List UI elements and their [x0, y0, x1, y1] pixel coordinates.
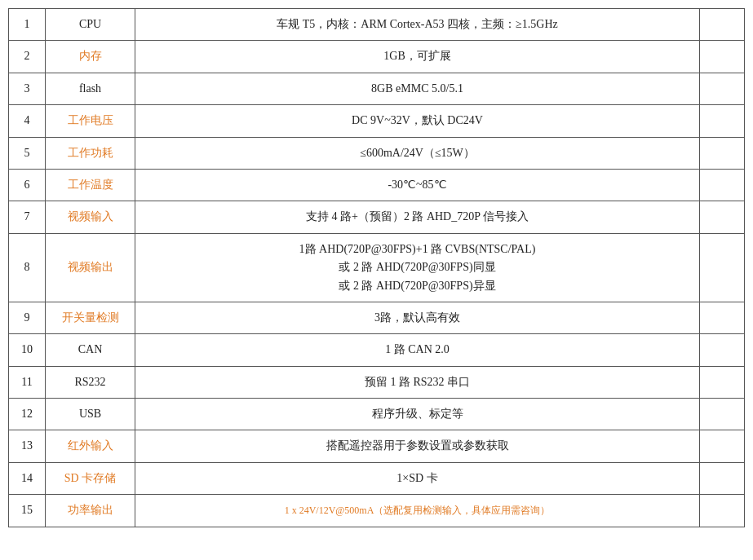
row-name: 内存 — [46, 41, 135, 73]
row-value: -30℃~85℃ — [135, 169, 700, 201]
row-number: 15 — [9, 495, 46, 527]
row-value: 1GB，可扩展 — [135, 41, 700, 73]
table-row: 9开关量检测3路，默认高有效 — [9, 302, 745, 333]
table-row: 6工作温度-30℃~85℃ — [9, 169, 745, 201]
row-value: DC 9V~32V，默认 DC24V — [135, 105, 700, 137]
row-name: flash — [46, 73, 135, 104]
table-row: 3flash8GB eMMC 5.0/5.1 — [9, 73, 745, 104]
row-extra — [700, 495, 745, 527]
row-name: 功率输出 — [46, 495, 135, 527]
row-value: ≤600mA/24V（≤15W） — [135, 137, 700, 169]
table-row: 4工作电压DC 9V~32V，默认 DC24V — [9, 105, 745, 137]
row-name: 红外输入 — [46, 430, 135, 462]
spec-table-wrapper: 1CPU车规 T5，内核：ARM Cortex-A53 四核，主频：≥1.5GH… — [8, 8, 745, 527]
row-extra — [700, 334, 745, 366]
row-number: 11 — [9, 366, 46, 398]
row-value: 车规 T5，内核：ARM Cortex-A53 四核，主频：≥1.5GHz — [135, 9, 700, 41]
table-row: 7视频输入支持 4 路+（预留）2 路 AHD_720P 信号接入 — [9, 201, 745, 233]
row-extra — [700, 366, 745, 398]
row-number: 12 — [9, 399, 46, 430]
row-extra — [700, 73, 745, 104]
row-value: 支持 4 路+（预留）2 路 AHD_720P 信号接入 — [135, 201, 700, 233]
row-extra — [700, 41, 745, 73]
row-number: 5 — [9, 137, 46, 169]
table-row: 8视频输出1路 AHD(720P@30FPS)+1 路 CVBS(NTSC/PA… — [9, 233, 745, 302]
row-value: 1 路 CAN 2.0 — [135, 334, 700, 366]
row-name: RS232 — [46, 366, 135, 398]
table-row: 10CAN1 路 CAN 2.0 — [9, 334, 745, 366]
row-number: 4 — [9, 105, 46, 137]
row-value: 预留 1 路 RS232 串口 — [135, 366, 700, 398]
row-number: 2 — [9, 41, 46, 73]
row-number: 8 — [9, 233, 46, 302]
row-number: 3 — [9, 73, 46, 104]
row-name: CAN — [46, 334, 135, 366]
row-name: 视频输出 — [46, 233, 135, 302]
row-number: 14 — [9, 462, 46, 494]
row-number: 7 — [9, 201, 46, 233]
row-name: 开关量检测 — [46, 302, 135, 333]
row-value: 1 x 24V/12V@500mA（选配复用检测输入，具体应用需咨询） — [135, 495, 700, 527]
table-row: 1CPU车规 T5，内核：ARM Cortex-A53 四核，主频：≥1.5GH… — [9, 9, 745, 41]
row-extra — [700, 201, 745, 233]
row-value: 8GB eMMC 5.0/5.1 — [135, 73, 700, 104]
row-extra — [700, 9, 745, 41]
table-row: 15功率输出1 x 24V/12V@500mA（选配复用检测输入，具体应用需咨询… — [9, 495, 745, 527]
table-row: 13红外输入搭配遥控器用于参数设置或参数获取 — [9, 430, 745, 462]
row-value: 1路 AHD(720P@30FPS)+1 路 CVBS(NTSC/PAL)或 2… — [135, 233, 700, 302]
table-row: 5工作功耗≤600mA/24V（≤15W） — [9, 137, 745, 169]
row-value: 搭配遥控器用于参数设置或参数获取 — [135, 430, 700, 462]
row-name: 视频输入 — [46, 201, 135, 233]
row-name: 工作电压 — [46, 105, 135, 137]
row-extra — [700, 430, 745, 462]
row-name: 工作功耗 — [46, 137, 135, 169]
row-extra — [700, 105, 745, 137]
row-extra — [700, 462, 745, 494]
row-name: CPU — [46, 9, 135, 41]
row-value: 3路，默认高有效 — [135, 302, 700, 333]
table-row: 14SD 卡存储1×SD 卡 — [9, 462, 745, 494]
row-number: 6 — [9, 169, 46, 201]
row-name: USB — [46, 399, 135, 430]
row-number: 9 — [9, 302, 46, 333]
row-extra — [700, 169, 745, 201]
row-extra — [700, 137, 745, 169]
row-extra — [700, 399, 745, 430]
row-extra — [700, 233, 745, 302]
row-number: 10 — [9, 334, 46, 366]
table-row: 12USB程序升级、标定等 — [9, 399, 745, 430]
row-value: 程序升级、标定等 — [135, 399, 700, 430]
row-number: 1 — [9, 9, 46, 41]
row-number: 13 — [9, 430, 46, 462]
row-extra — [700, 302, 745, 333]
row-name: SD 卡存储 — [46, 462, 135, 494]
table-row: 11RS232预留 1 路 RS232 串口 — [9, 366, 745, 398]
table-row: 2内存1GB，可扩展 — [9, 41, 745, 73]
spec-table: 1CPU车规 T5，内核：ARM Cortex-A53 四核，主频：≥1.5GH… — [8, 8, 745, 527]
row-name: 工作温度 — [46, 169, 135, 201]
row-value: 1×SD 卡 — [135, 462, 700, 494]
